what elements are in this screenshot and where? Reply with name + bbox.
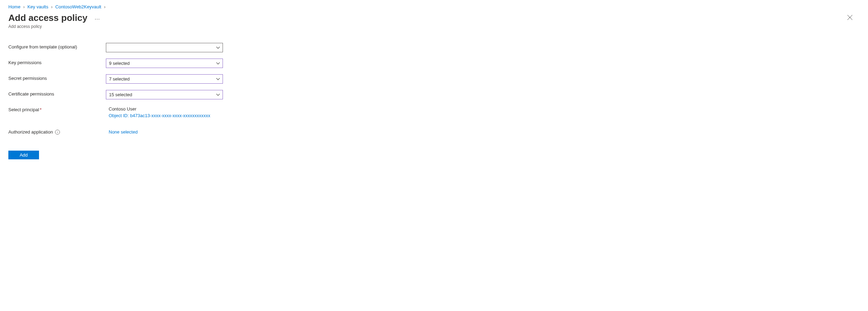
breadcrumb-keyvaults[interactable]: Key vaults [28, 4, 48, 9]
authorized-application-link[interactable]: None selected [106, 128, 223, 135]
required-indicator: * [40, 107, 41, 112]
chevron-right-icon: › [104, 5, 106, 9]
label-template-text: Configure from template (optional) [8, 44, 77, 50]
principal-name: Contoso User [109, 106, 223, 112]
label-secret-permissions-text: Secret permissions [8, 76, 47, 81]
chevron-right-icon: › [23, 5, 25, 9]
row-key-permissions: Key permissions 9 selected [8, 59, 252, 68]
secret-permissions-dropdown[interactable]: 7 selected [106, 74, 223, 84]
row-secret-permissions: Secret permissions 7 selected [8, 74, 252, 84]
label-certificate-permissions: Certificate permissions [8, 90, 106, 97]
row-certificate-permissions: Certificate permissions 15 selected [8, 90, 252, 99]
form-area: Configure from template (optional) Key p… [8, 43, 252, 159]
label-key-permissions-text: Key permissions [8, 60, 41, 65]
secret-permissions-value: 7 selected [109, 76, 130, 82]
more-actions-button[interactable]: … [93, 13, 102, 22]
add-button[interactable]: Add [8, 151, 39, 159]
breadcrumb: Home › Key vaults › ContosoWeb2Keyvault … [8, 4, 860, 9]
certificate-permissions-value: 15 selected [109, 92, 132, 97]
label-authorized-application: Authorized application i [8, 128, 106, 135]
label-key-permissions: Key permissions [8, 59, 106, 65]
label-authorized-application-text: Authorized application [8, 129, 53, 135]
key-permissions-dropdown[interactable]: 9 selected [106, 59, 223, 68]
chevron-right-icon: › [51, 5, 53, 9]
principal-object-id-link[interactable]: Object ID: b473ac13-xxxx-xxxx-xxxx-xxxxx… [109, 113, 223, 118]
template-dropdown[interactable] [106, 43, 223, 52]
row-template: Configure from template (optional) [8, 43, 252, 52]
chevron-down-icon [216, 94, 220, 96]
close-button[interactable] [844, 12, 856, 23]
breadcrumb-home[interactable]: Home [8, 4, 21, 9]
key-permissions-value: 9 selected [109, 61, 130, 66]
chevron-down-icon [216, 62, 220, 65]
label-select-principal: Select principal* [8, 106, 106, 112]
label-secret-permissions: Secret permissions [8, 74, 106, 81]
breadcrumb-resource[interactable]: ContosoWeb2Keyvault [55, 4, 101, 9]
page-header: Add access policy … [8, 12, 860, 23]
row-authorized-application: Authorized application i None selected [8, 128, 252, 137]
label-certificate-permissions-text: Certificate permissions [8, 91, 54, 97]
label-select-principal-text: Select principal [8, 107, 39, 112]
row-select-principal: Select principal* Contoso User Object ID… [8, 106, 252, 118]
certificate-permissions-dropdown[interactable]: 15 selected [106, 90, 223, 99]
chevron-down-icon [216, 78, 220, 80]
chevron-down-icon [216, 47, 220, 49]
info-icon[interactable]: i [55, 130, 60, 135]
page-subtitle: Add access policy [8, 24, 860, 29]
page-title: Add access policy [8, 13, 87, 23]
principal-block: Contoso User Object ID: b473ac13-xxxx-xx… [106, 106, 223, 118]
close-icon [847, 15, 853, 20]
label-template: Configure from template (optional) [8, 43, 106, 50]
